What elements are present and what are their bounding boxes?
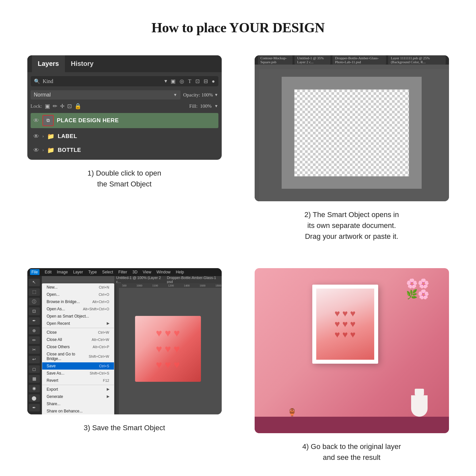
history-brush-tool[interactable]: ↩: [29, 356, 40, 363]
menu-browse-label: Browse in Bridge...: [47, 299, 80, 304]
eye-icon-place[interactable]: 👁: [33, 117, 39, 124]
move-tool[interactable]: ↖: [29, 279, 40, 286]
adjustment-filter-icon[interactable]: ◎: [180, 78, 184, 84]
smart-filter-icon[interactable]: ⊟: [204, 78, 208, 84]
menu-close-all[interactable]: Close All Alt+Ctrl+W: [42, 336, 114, 343]
type-menu-item[interactable]: Type: [88, 270, 97, 274]
lasso-tool[interactable]: ⓛ: [29, 298, 40, 305]
image-menu-item[interactable]: Image: [57, 270, 68, 274]
tab-layers[interactable]: Layers: [32, 55, 65, 72]
menu-revert-label: Revert: [47, 378, 58, 383]
eraser-tool[interactable]: ◻: [29, 365, 40, 373]
select-tool[interactable]: ⬚: [29, 288, 40, 296]
menu-new[interactable]: New... Ctrl+N: [42, 284, 114, 291]
blur-tool[interactable]: ◉: [29, 385, 40, 392]
doc-tab-2[interactable]: Dropper-Bottle-Amber-Glass-1 psd: [167, 276, 220, 284]
ps-doc-tabs: Untitled-1 @ 100% (Layer 2 c... Dropper-…: [114, 276, 222, 283]
menu-open[interactable]: Open... Ctrl+O: [42, 291, 114, 298]
ps-tab-1: Contour-Mockup-Square.psb: [258, 55, 293, 65]
eye-icon-bottle[interactable]: 👁: [33, 147, 39, 154]
clone-tool[interactable]: ✂: [29, 346, 40, 353]
window-menu-item[interactable]: Window: [156, 270, 171, 274]
select-menu-item[interactable]: Select: [102, 270, 113, 274]
view-menu-item[interactable]: View: [143, 270, 151, 274]
opacity-dropdown-icon[interactable]: ▼: [214, 93, 218, 98]
expand-arrow-label[interactable]: ›: [42, 134, 44, 139]
heal-tool[interactable]: ⊕: [29, 327, 40, 334]
ps-tab-3: Dropper-Bottle-Amber-Glass-Photo-Lab-11.…: [332, 55, 386, 65]
menu-generate[interactable]: Generate ▶: [42, 393, 114, 400]
eye-icon-label[interactable]: 👁: [33, 133, 39, 140]
lock-move-icon[interactable]: ✛: [60, 103, 65, 110]
menu-close-all-label: Close All: [47, 337, 62, 342]
menu-open-smart-label: Open as Smart Object...: [47, 314, 89, 319]
hearts-artwork: [135, 316, 201, 382]
menu-close-bridge[interactable]: Close and Go to Bridge... Shift+Ctrl+W: [42, 350, 114, 362]
3d-menu-item[interactable]: 3D: [132, 270, 137, 274]
menu-export[interactable]: Export ▶: [42, 386, 114, 393]
edit-menu-item[interactable]: Edit: [45, 270, 52, 274]
menu-open-as[interactable]: Open As... Alt+Shift+Ctrl+O: [42, 305, 114, 313]
menu-open-recent[interactable]: Open Recent ▶: [42, 320, 114, 327]
help-menu-item[interactable]: Help: [176, 270, 184, 274]
kind-dropdown-icon[interactable]: ▼: [163, 79, 168, 84]
menu-close-others[interactable]: Close Others Alt+Ctrl+P: [42, 343, 114, 350]
layer-place-design[interactable]: 👁 ⧉ PLACE DESIGN HERE: [31, 113, 218, 128]
step1-caption: 1) Double click to open the Smart Object: [88, 168, 161, 189]
lock-pixel-icon[interactable]: ▣: [45, 103, 50, 110]
shape-filter-icon[interactable]: ⊡: [195, 78, 200, 84]
menu-revert[interactable]: Revert F12: [42, 377, 114, 384]
tab-history[interactable]: History: [65, 55, 99, 72]
layer-label[interactable]: 👁 › 📁 LABEL: [31, 131, 218, 142]
ps-topbar: Contour-Mockup-Square.psb Untitled-1 @ 3…: [255, 55, 449, 65]
brush-tool[interactable]: ✏: [29, 336, 40, 344]
menu-new-label: New...: [47, 285, 58, 290]
layer-bottle[interactable]: 👁 › 📁 BOTTLE: [31, 145, 218, 156]
menu-save[interactable]: Save Ctrl+S: [42, 362, 114, 370]
step3-caption: 3) Save the Smart Object: [84, 422, 165, 433]
menu-open-smart[interactable]: Open as Smart Object...: [42, 313, 114, 320]
text-filter-icon[interactable]: T: [188, 78, 191, 84]
file-menu-item[interactable]: File: [30, 269, 40, 275]
eyedropper-tool[interactable]: ✒: [29, 317, 40, 325]
lock-artboard-icon[interactable]: ⊡: [67, 103, 72, 110]
step-2-cell: Contour-Mockup-Square.psb Untitled-1 @ 3…: [255, 55, 449, 242]
result-frame: ♥ ♥ ♥♥ ♥ ♥♥ ♥ ♥: [312, 285, 378, 364]
pixel-filter-icon[interactable]: ▣: [171, 78, 176, 84]
ps-tools-sidebar: ↖ ⬚ ⓛ ⊡ ✒ ⊕ ✏ ✂ ↩ ◻ ▦ ◉ ⬤ ✒: [27, 276, 42, 414]
dodge-tool[interactable]: ⬤: [29, 394, 40, 402]
opacity-value[interactable]: 100%: [202, 92, 213, 98]
pen-tool[interactable]: ✒: [29, 404, 40, 411]
expand-arrow-bottle[interactable]: ›: [42, 148, 44, 153]
blend-dropdown-icon[interactable]: ▼: [173, 93, 177, 98]
layers-tabs-bar: Layers History: [27, 55, 222, 72]
layers-body: 🔍 Kind ▼ ▣ ◎ T ⊡ ⊟ ● Normal: [27, 72, 222, 160]
doc-tab-1[interactable]: Untitled-1 @ 100% (Layer 2 c...: [116, 276, 164, 284]
ps-main-canvas: New... Ctrl+N Open... Ctrl+O Browse in B…: [42, 276, 222, 414]
separator-2: [42, 385, 114, 385]
menu-open-as-label: Open As...: [47, 307, 65, 311]
fill-value[interactable]: 100%: [200, 103, 212, 109]
lock-all-icon[interactable]: 🔒: [74, 103, 81, 110]
layer-menu-item[interactable]: Layer: [73, 270, 83, 274]
menu-close[interactable]: Close Ctrl+W: [42, 329, 114, 336]
result-photo-screenshot: ♥ ♥ ♥♥ ♥ ♥♥ ♥ ♥ 🌸🌸🌿🌸 🏺: [255, 268, 449, 434]
circle-filter-icon[interactable]: ●: [212, 78, 215, 84]
menu-share-behance[interactable]: Share on Behance...: [42, 407, 114, 414]
fill-dropdown-icon[interactable]: ▼: [214, 104, 218, 109]
crop-tool[interactable]: ⊡: [29, 307, 40, 315]
menu-open-shortcut: Ctrl+O: [98, 293, 109, 296]
opacity-label: Opacity:: [183, 92, 200, 98]
menu-share-behance-label: Share on Behance...: [47, 409, 83, 413]
result-flowers: 🌸🌸🌿🌸: [406, 278, 429, 300]
step2-caption: 2) The Smart Object opens in its own sep…: [304, 209, 399, 242]
ps-menu-screenshot: File Edit Image Layer Type Select Filter…: [27, 268, 222, 414]
ruler-horizontal: [255, 65, 449, 69]
gradient-tool[interactable]: ▦: [29, 375, 40, 382]
ps-right-panel: Untitled-1 @ 100% (Layer 2 c... Dropper-…: [114, 276, 222, 414]
menu-save-as[interactable]: Save As... Shift+Ctrl+S: [42, 370, 114, 377]
lock-paint-icon[interactable]: ✏: [53, 103, 57, 110]
menu-browse-bridge[interactable]: Browse in Bridge... Alt+Ctrl+O: [42, 298, 114, 305]
filter-menu-item[interactable]: Filter: [118, 270, 127, 274]
menu-share[interactable]: Share...: [42, 400, 114, 407]
